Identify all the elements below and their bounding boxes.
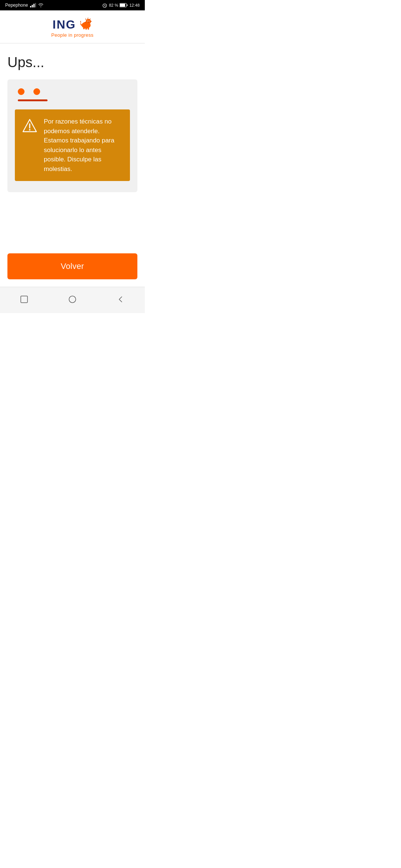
error-card: Por razones técnicas no podemos atenderl…	[7, 79, 137, 192]
signal-icon	[30, 3, 36, 7]
battery-icon	[120, 3, 128, 7]
main-content: Ups... Por razones técnicas no podemos a…	[0, 43, 145, 224]
wifi-icon	[38, 3, 43, 7]
home-circle-icon	[68, 295, 77, 304]
sad-face-eyes	[18, 88, 40, 95]
svg-point-21	[69, 296, 76, 303]
svg-rect-2	[33, 4, 35, 7]
nav-home-button[interactable]	[60, 292, 85, 307]
eye-left	[18, 88, 25, 95]
nav-back-button[interactable]	[108, 292, 133, 307]
svg-rect-17	[88, 28, 89, 30]
warning-message: Por razones técnicas no podemos atenderl…	[44, 117, 123, 174]
logo-top: ING	[53, 17, 92, 32]
lion-icon	[78, 17, 92, 32]
status-carrier: Pepephone	[5, 3, 43, 8]
logo-tagline: People in progress	[51, 32, 94, 38]
sad-face-illustration	[15, 88, 130, 101]
alarm-icon	[102, 3, 107, 8]
svg-point-13	[89, 21, 89, 22]
logo-ing-text: ING	[53, 19, 76, 30]
eye-right	[33, 88, 40, 95]
warning-triangle-icon	[22, 118, 38, 134]
nav-square-button[interactable]	[12, 292, 36, 307]
sad-face-mouth	[18, 99, 48, 101]
bottom-area: Volver	[0, 247, 145, 287]
svg-rect-3	[35, 3, 36, 7]
nav-bar	[0, 287, 145, 313]
svg-rect-7	[127, 4, 128, 6]
page-title: Ups...	[7, 55, 137, 70]
status-bar: Pepephone 82 % 12:48	[0, 0, 145, 10]
status-right: 82 % 12:48	[102, 3, 140, 8]
svg-point-12	[88, 21, 88, 22]
svg-rect-20	[21, 296, 27, 303]
svg-rect-15	[83, 27, 85, 29]
volver-button[interactable]: Volver	[7, 253, 137, 279]
square-icon	[19, 295, 29, 304]
header: ING	[0, 10, 145, 43]
svg-point-9	[86, 19, 91, 24]
back-arrow-icon	[116, 295, 125, 304]
svg-rect-1	[32, 5, 33, 7]
svg-point-14	[88, 22, 89, 23]
svg-rect-16	[85, 28, 87, 30]
svg-rect-6	[120, 4, 125, 7]
lion-svg	[78, 17, 92, 30]
logo: ING	[51, 17, 94, 38]
svg-rect-0	[30, 6, 31, 7]
svg-point-19	[29, 129, 30, 131]
warning-box: Por razones técnicas no podemos atenderl…	[15, 109, 130, 181]
